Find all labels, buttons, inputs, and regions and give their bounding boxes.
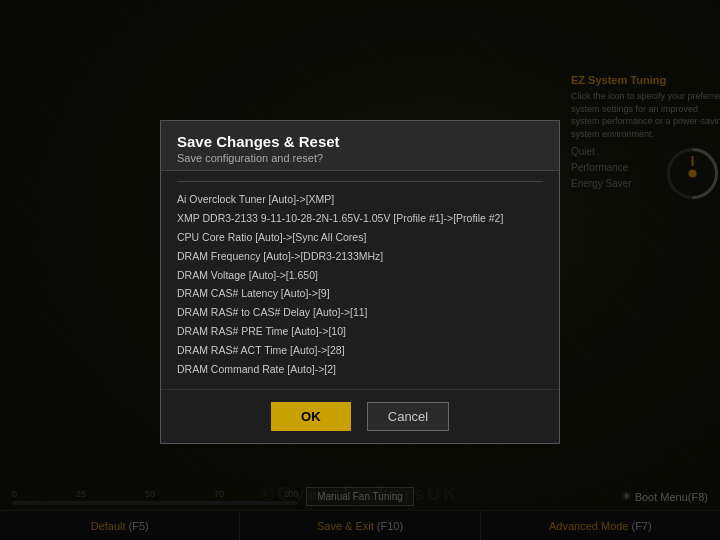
dialog-footer: OK Cancel xyxy=(161,390,559,443)
dialog-item-4: DRAM Voltage [Auto]->[1.650] xyxy=(177,266,543,285)
dialog-body: Ai Overclock Tuner [Auto]->[XMP] XMP DDR… xyxy=(161,171,559,390)
dialog-item-7: DRAM RAS# PRE Time [Auto]->[10] xyxy=(177,322,543,341)
dialog-overlay: Save Changes & Reset Save configuration … xyxy=(0,0,720,540)
cancel-button[interactable]: Cancel xyxy=(367,402,449,431)
dialog-item-1: XMP DDR3-2133 9-11-10-28-2N-1.65V-1.05V … xyxy=(177,209,543,228)
dialog-item-9: DRAM Command Rate [Auto]->[2] xyxy=(177,360,543,379)
dialog-title: Save Changes & Reset xyxy=(177,133,543,150)
dialog-header: Save Changes & Reset Save configuration … xyxy=(161,121,559,171)
save-dialog: Save Changes & Reset Save configuration … xyxy=(160,120,560,444)
dialog-item-0: Ai Overclock Tuner [Auto]->[XMP] xyxy=(177,190,543,209)
dialog-separator xyxy=(177,181,543,182)
ok-button[interactable]: OK xyxy=(271,402,351,431)
dialog-item-8: DRAM RAS# ACT Time [Auto]->[28] xyxy=(177,341,543,360)
dialog-item-6: DRAM RAS# to CAS# Delay [Auto]->[11] xyxy=(177,303,543,322)
dialog-subtitle: Save configuration and reset? xyxy=(177,152,543,164)
dialog-item-2: CPU Core Ratio [Auto]->[Sync All Cores] xyxy=(177,228,543,247)
dialog-item-5: DRAM CAS# Latency [Auto]->[9] xyxy=(177,284,543,303)
dialog-item-3: DRAM Frequency [Auto]->[DDR3-2133MHz] xyxy=(177,247,543,266)
